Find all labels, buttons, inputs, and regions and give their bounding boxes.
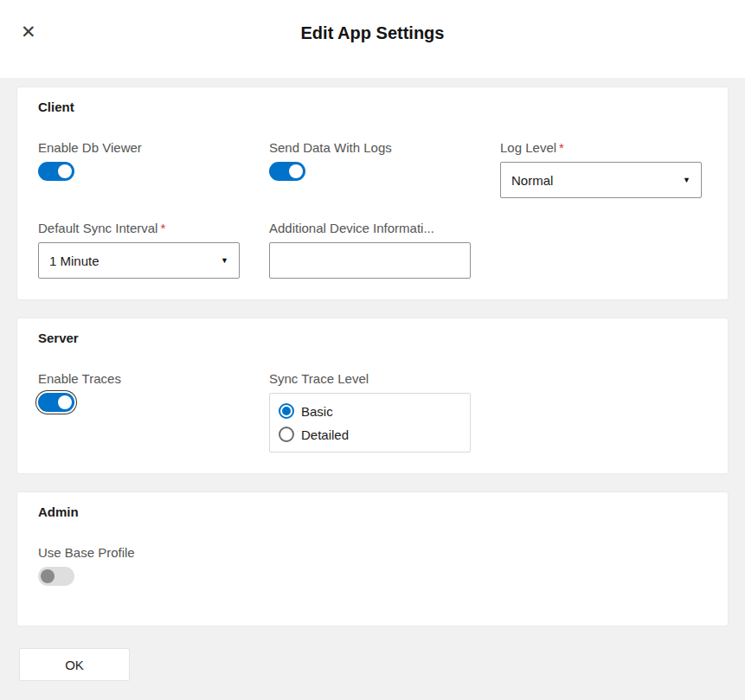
use-base-profile-toggle[interactable] [38,567,74,586]
toggle-knob [58,395,72,409]
admin-section-title: Admin [38,504,707,519]
toggle-knob [289,164,303,178]
admin-fields-grid: Use Base Profile [38,545,707,586]
default-sync-interval-field: Default Sync Interval* 1 Minute ▼ [38,221,240,279]
sync-trace-level-label: Sync Trace Level [269,371,471,386]
client-section: Client Enable Db Viewer Send Data With L… [16,87,729,300]
dialog-title: Edit App Settings [0,0,745,43]
additional-device-information-field: Additional Device Informati... [269,221,471,279]
default-sync-interval-value: 1 Minute [49,254,100,268]
required-indicator: * [559,140,564,155]
enable-db-viewer-field: Enable Db Viewer [38,140,240,181]
log-level-label: Log Level* [500,140,702,155]
enable-db-viewer-toggle[interactable] [38,162,74,181]
send-data-with-logs-field: Send Data With Logs [269,140,471,181]
log-level-value: Normal [511,173,553,188]
admin-section: Admin Use Base Profile [16,491,729,626]
use-base-profile-field: Use Base Profile [38,545,240,586]
enable-traces-label: Enable Traces [38,371,240,386]
chevron-down-icon: ▼ [221,256,228,265]
radio-option-basic[interactable]: Basic [279,403,461,419]
toggle-knob [41,569,55,583]
log-level-field: Log Level* Normal ▼ [500,140,702,198]
enable-db-viewer-label: Enable Db Viewer [38,140,240,155]
dialog-header: ✕ Edit App Settings [0,0,745,78]
server-section-title: Server [38,331,707,345]
log-level-select[interactable]: Normal ▼ [500,162,702,198]
send-data-with-logs-toggle[interactable] [269,162,305,181]
toggle-knob [58,164,72,178]
close-icon: ✕ [21,22,36,42]
dialog-footer: OK [0,626,745,681]
default-sync-interval-select[interactable]: 1 Minute ▼ [38,242,240,279]
server-section: Server Enable Traces Sync Trace Level Ba… [16,318,729,474]
radio-option-detailed[interactable]: Detailed [279,427,461,442]
default-sync-interval-label: Default Sync Interval* [38,221,240,235]
dialog-body: Client Enable Db Viewer Send Data With L… [0,78,745,626]
required-indicator: * [160,221,165,235]
server-fields-grid: Enable Traces Sync Trace Level Basic Det… [38,371,707,453]
radio-icon [279,427,294,442]
enable-traces-toggle[interactable] [38,393,74,412]
sync-trace-level-field: Sync Trace Level Basic Detailed [269,371,471,453]
chevron-down-icon: ▼ [683,176,690,184]
close-button[interactable]: ✕ [17,19,40,44]
ok-button[interactable]: OK [19,648,130,681]
client-section-title: Client [38,100,707,114]
radio-option-basic-label: Basic [301,404,333,419]
additional-device-information-input[interactable] [269,242,471,279]
additional-device-information-label: Additional Device Informati... [269,221,471,235]
use-base-profile-label: Use Base Profile [38,545,240,560]
sync-trace-level-group: Basic Detailed [269,393,471,453]
client-fields-grid: Enable Db Viewer Send Data With Logs Log… [38,140,707,279]
send-data-with-logs-label: Send Data With Logs [269,140,471,155]
radio-option-detailed-label: Detailed [301,427,349,442]
radio-icon [279,403,294,419]
enable-traces-field: Enable Traces [38,371,240,412]
